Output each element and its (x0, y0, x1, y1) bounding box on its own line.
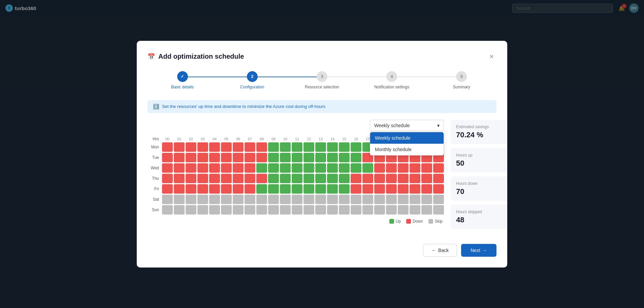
cell-mon-14[interactable] (327, 142, 338, 152)
cell-tue-8[interactable] (256, 153, 267, 162)
cell-tue-0[interactable] (162, 153, 173, 162)
cell-wed-16[interactable] (351, 163, 361, 173)
cell-fri-9[interactable] (268, 184, 279, 194)
cell-sat-15[interactable] (339, 195, 350, 204)
cell-wed-15[interactable] (339, 163, 350, 173)
cell-mon-11[interactable] (292, 142, 302, 152)
cell-thu-3[interactable] (197, 174, 208, 183)
cell-thu-23[interactable] (433, 174, 444, 183)
cell-thu-17[interactable] (362, 174, 373, 183)
cell-thu-16[interactable] (351, 174, 361, 183)
cell-sun-12[interactable] (303, 205, 314, 215)
cell-fri-13[interactable] (315, 184, 326, 194)
cell-fri-23[interactable] (433, 184, 444, 194)
cell-thu-8[interactable] (256, 174, 267, 183)
cell-thu-14[interactable] (327, 174, 338, 183)
cell-sat-23[interactable] (433, 195, 444, 204)
cell-fri-3[interactable] (197, 184, 208, 194)
close-button[interactable]: × (487, 52, 496, 62)
cell-mon-12[interactable] (303, 142, 314, 152)
cell-mon-4[interactable] (209, 142, 220, 152)
cell-wed-7[interactable] (245, 163, 255, 173)
cell-fri-22[interactable] (421, 184, 432, 194)
cell-tue-4[interactable] (209, 153, 220, 162)
cell-fri-0[interactable] (162, 184, 173, 194)
cell-tue-9[interactable] (268, 153, 279, 162)
cell-tue-12[interactable] (303, 153, 314, 162)
cell-fri-15[interactable] (339, 184, 350, 194)
cell-thu-15[interactable] (339, 174, 350, 183)
cell-sun-6[interactable] (233, 205, 244, 215)
cell-wed-0[interactable] (162, 163, 173, 173)
cell-tue-6[interactable] (233, 153, 244, 162)
cell-sun-10[interactable] (280, 205, 291, 215)
cell-wed-6[interactable] (233, 163, 244, 173)
cell-sat-18[interactable] (374, 195, 385, 204)
cell-wed-9[interactable] (268, 163, 279, 173)
cell-sun-0[interactable] (162, 205, 173, 215)
cell-fri-17[interactable] (362, 184, 373, 194)
cell-thu-12[interactable] (303, 174, 314, 183)
cell-fri-16[interactable] (351, 184, 361, 194)
dropdown-option-weekly-schedule[interactable]: Weekly schedule (370, 132, 444, 144)
cell-wed-8[interactable] (256, 163, 267, 173)
cell-sat-7[interactable] (245, 195, 255, 204)
cell-fri-12[interactable] (303, 184, 314, 194)
dropdown-button[interactable]: Weekly schedule ▾ (370, 120, 444, 131)
cell-fri-11[interactable] (292, 184, 302, 194)
cell-mon-15[interactable] (339, 142, 350, 152)
cell-sun-5[interactable] (221, 205, 232, 215)
cell-mon-2[interactable] (186, 142, 196, 152)
cell-sun-13[interactable] (315, 205, 326, 215)
cell-fri-19[interactable] (386, 184, 397, 194)
cell-sun-8[interactable] (256, 205, 267, 215)
cell-sat-6[interactable] (233, 195, 244, 204)
cell-wed-14[interactable] (327, 163, 338, 173)
cell-sat-14[interactable] (327, 195, 338, 204)
cell-sat-16[interactable] (351, 195, 361, 204)
cell-thu-19[interactable] (386, 174, 397, 183)
cell-sat-1[interactable] (174, 195, 185, 204)
cell-sat-11[interactable] (292, 195, 302, 204)
cell-wed-13[interactable] (315, 163, 326, 173)
cell-sat-17[interactable] (362, 195, 373, 204)
cell-fri-7[interactable] (245, 184, 255, 194)
cell-tue-11[interactable] (292, 153, 302, 162)
cell-tue-1[interactable] (174, 153, 185, 162)
cell-sun-4[interactable] (209, 205, 220, 215)
cell-fri-21[interactable] (410, 184, 420, 194)
cell-sun-18[interactable] (374, 205, 385, 215)
cell-thu-6[interactable] (233, 174, 244, 183)
cell-fri-2[interactable] (186, 184, 196, 194)
cell-fri-20[interactable] (398, 184, 409, 194)
cell-mon-9[interactable] (268, 142, 279, 152)
cell-tue-14[interactable] (327, 153, 338, 162)
cell-mon-10[interactable] (280, 142, 291, 152)
cell-sun-1[interactable] (174, 205, 185, 215)
cell-thu-22[interactable] (421, 174, 432, 183)
dropdown-option-monthly-schedule[interactable]: Monthly schedule (370, 144, 444, 155)
cell-wed-19[interactable] (386, 163, 397, 173)
cell-sun-20[interactable] (398, 205, 409, 215)
cell-sun-23[interactable] (433, 205, 444, 215)
cell-mon-3[interactable] (197, 142, 208, 152)
cell-thu-13[interactable] (315, 174, 326, 183)
cell-sun-11[interactable] (292, 205, 302, 215)
cell-fri-6[interactable] (233, 184, 244, 194)
cell-thu-2[interactable] (186, 174, 196, 183)
cell-wed-17[interactable] (362, 163, 373, 173)
cell-mon-16[interactable] (351, 142, 361, 152)
cell-sat-9[interactable] (268, 195, 279, 204)
cell-mon-1[interactable] (174, 142, 185, 152)
cell-thu-1[interactable] (174, 174, 185, 183)
cell-tue-7[interactable] (245, 153, 255, 162)
cell-fri-8[interactable] (256, 184, 267, 194)
cell-fri-4[interactable] (209, 184, 220, 194)
cell-sat-10[interactable] (280, 195, 291, 204)
cell-wed-5[interactable] (221, 163, 232, 173)
cell-thu-10[interactable] (280, 174, 291, 183)
cell-sat-2[interactable] (186, 195, 196, 204)
cell-wed-21[interactable] (410, 163, 420, 173)
cell-mon-8[interactable] (256, 142, 267, 152)
cell-sat-8[interactable] (256, 195, 267, 204)
